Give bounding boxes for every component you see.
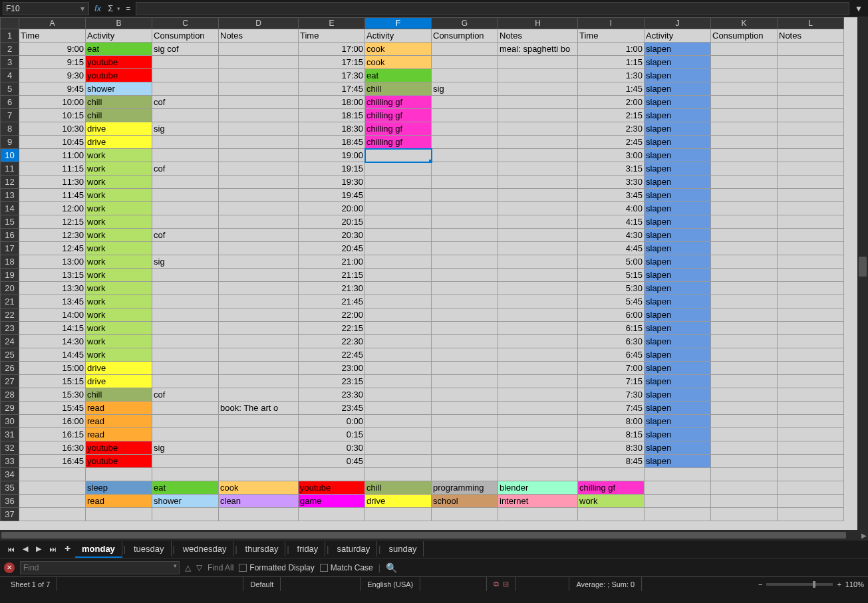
cell-E20[interactable]: 21:30 [299,282,365,295]
cell-E11[interactable]: 19:15 [299,162,365,176]
cell-C8[interactable]: sig [152,122,219,136]
row-header-15[interactable]: 15 [1,215,19,229]
cell-L6[interactable] [778,96,844,109]
cell-C24[interactable] [152,335,219,348]
cell-F4[interactable]: eat [365,69,432,82]
zoom-out-icon[interactable]: − [758,580,762,588]
cell-J8[interactable]: slapen [645,122,711,136]
row-header-1[interactable]: 1 [1,29,19,43]
cell-B10[interactable]: work [86,149,152,162]
tab-friday[interactable]: friday [291,541,326,556]
cell-L10[interactable] [778,149,844,162]
cell-G14[interactable] [432,202,498,215]
row-header-17[interactable]: 17 [1,242,19,255]
cell-A9[interactable]: 10:45 [19,136,86,149]
cell-H4[interactable] [498,69,578,82]
cell-I15[interactable]: 4:15 [578,215,645,229]
cell-C14[interactable] [152,202,219,215]
cell-A26[interactable]: 15:00 [19,362,86,375]
row-header-9[interactable]: 9 [1,136,19,149]
cell-J6[interactable]: slapen [645,96,711,109]
cell-E13[interactable]: 19:45 [299,189,365,202]
cell-A20[interactable]: 13:30 [19,282,86,295]
cell-H7[interactable] [498,109,578,122]
cell-D22[interactable] [219,308,299,322]
cell-J22[interactable]: slapen [645,308,711,322]
tab-next-icon[interactable]: ▶ [33,544,45,553]
tab-thursday[interactable]: thursday [239,541,286,556]
cell-D5[interactable] [219,82,299,96]
cell-G4[interactable] [432,69,498,82]
cell-D14[interactable] [219,202,299,215]
cell-E21[interactable]: 21:45 [299,295,365,308]
cell-H3[interactable] [498,56,578,69]
cell-I29[interactable]: 7:45 [578,402,645,415]
cell-H19[interactable] [498,269,578,282]
cell-J31[interactable]: slapen [645,428,711,441]
cell-B5[interactable]: shower [86,82,152,96]
row-header-29[interactable]: 29 [1,402,19,415]
tab-first-icon[interactable]: ⏮ [4,545,18,553]
cell-F20[interactable] [365,282,432,295]
row-header-20[interactable]: 20 [1,282,19,295]
cell-L30[interactable] [778,415,844,428]
row-header-32[interactable]: 32 [1,441,19,455]
cell-C20[interactable] [152,282,219,295]
row-header-30[interactable]: 30 [1,415,19,428]
cell-I24[interactable]: 6:30 [578,335,645,348]
cell-A22[interactable]: 14:00 [19,308,86,322]
cell-D25[interactable] [219,348,299,362]
cell-E10[interactable]: 19:00 [299,149,365,162]
cell-I6[interactable]: 2:00 [578,96,645,109]
cell-D30[interactable] [219,415,299,428]
cell-E29[interactable]: 23:45 [299,402,365,415]
cell-E7[interactable]: 18:15 [299,109,365,122]
cell-C6[interactable]: cof [152,96,219,109]
cell-L27[interactable] [778,375,844,388]
cell-A13[interactable]: 11:45 [19,189,86,202]
cell-B29[interactable]: read [86,402,152,415]
cell-F23[interactable] [365,322,432,335]
cell-L23[interactable] [778,322,844,335]
cell-C29[interactable] [152,402,219,415]
column-header-A[interactable]: A [19,18,86,29]
cell-B23[interactable]: work [86,322,152,335]
cell-H8[interactable] [498,122,578,136]
cell-J9[interactable]: slapen [645,136,711,149]
cell-G15[interactable] [432,215,498,229]
cell-C11[interactable]: cof [152,162,219,176]
cell-D1[interactable]: Notes [219,29,299,43]
legend-cook[interactable]: cook [219,481,299,495]
chevron-down-icon[interactable]: ▾ [174,562,177,569]
cell-I23[interactable]: 6:15 [578,322,645,335]
cell-H2[interactable]: meal: spaghetti bo [498,43,578,56]
cell-I2[interactable]: 1:00 [578,43,645,56]
cell-K26[interactable] [711,362,778,375]
cell-K15[interactable] [711,215,778,229]
cell-D9[interactable] [219,136,299,149]
column-header-L[interactable]: L [778,18,844,29]
cell-G11[interactable] [432,162,498,176]
cell-D23[interactable] [219,322,299,335]
cell-B14[interactable]: work [86,202,152,215]
cell-F26[interactable] [365,362,432,375]
cell-A19[interactable]: 13:15 [19,269,86,282]
cell-A23[interactable]: 14:15 [19,322,86,335]
cell-D33[interactable] [219,455,299,468]
row-header-2[interactable]: 2 [1,43,19,56]
cell-B22[interactable]: work [86,308,152,322]
cell-J11[interactable]: slapen [645,162,711,176]
cell-D10[interactable] [219,149,299,162]
cell-C28[interactable]: cof [152,388,219,402]
cell-H6[interactable] [498,96,578,109]
legend-school[interactable]: school [432,495,498,508]
legend-read[interactable]: read [86,495,152,508]
cell-H18[interactable] [498,255,578,269]
cell-H28[interactable] [498,388,578,402]
cell-K1[interactable]: Consumption [711,29,778,43]
row-header-13[interactable]: 13 [1,189,19,202]
cell-G18[interactable] [432,255,498,269]
cell-C33[interactable] [152,455,219,468]
tab-tuesday[interactable]: tuesday [127,541,172,556]
cell-K19[interactable] [711,269,778,282]
